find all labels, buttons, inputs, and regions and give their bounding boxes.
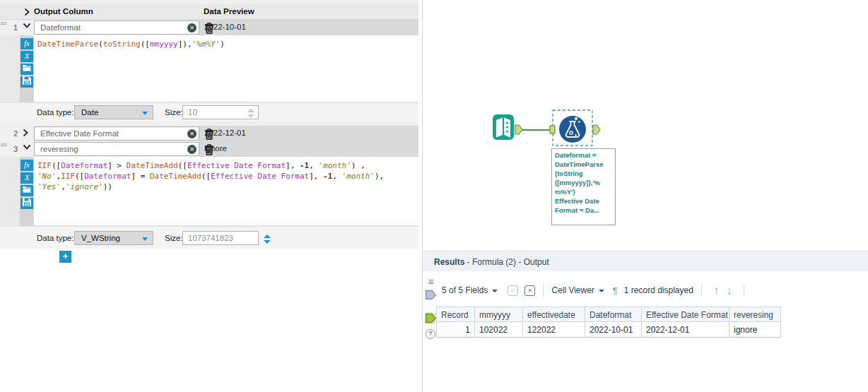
data-preview-cell: ignore (199, 141, 418, 157)
size-value: 1073741823 (188, 234, 233, 242)
data-type-row-2: Data type: V_WString Size: 1073741823 (0, 226, 418, 249)
output-column-name-value: Dateformat (40, 23, 81, 32)
data-type-dropdown[interactable]: Date (74, 105, 153, 119)
output-column-row-2: 2 Effective Date Format ✕ 2022-12-01 (0, 126, 418, 141)
collapse-all-chevron-icon[interactable] (24, 8, 30, 16)
size-input[interactable]: 1073741823 (182, 231, 259, 245)
select-all-fields-icon[interactable]: ✓ (508, 285, 518, 296)
results-toolbar: 5 of 5 Fields ✓ ✕ Cell Viewer ¶ 1 record… (442, 283, 752, 298)
formula-tool[interactable] (550, 110, 600, 145)
results-title-rest: - Formula (2) - Output (464, 257, 549, 267)
expression-editor-2[interactable]: IIF([Dateformat] > DateTimeAdd([Effectiv… (34, 157, 418, 226)
size-label: Size: (165, 108, 183, 117)
results-cell[interactable]: ignore (729, 322, 781, 338)
expression-editor-1[interactable]: DateTimeParse(toString([mmyyyy]),'%m%Y') (34, 35, 418, 102)
chevron-down-icon[interactable] (23, 23, 34, 32)
clear-column-icon[interactable]: ✕ (187, 129, 197, 138)
toolbar-divider (744, 284, 744, 297)
tool-annotation[interactable]: Dateformat =DateTimeParse(toString([mmyy… (551, 148, 616, 225)
clear-column-icon[interactable]: ✕ (187, 23, 197, 32)
results-cell[interactable]: 1 (436, 322, 475, 338)
all-connections-icon[interactable] (425, 290, 437, 300)
results-table: RecordmmyyyyeffectivedateDateformatEffec… (436, 307, 781, 338)
results-title-bold: Results (434, 257, 464, 267)
output-column-name-value: reveresing (40, 145, 78, 153)
deselect-fields-icon[interactable]: ✕ (524, 285, 535, 296)
chevron-down-icon[interactable] (23, 144, 34, 154)
results-cell[interactable]: 102022 (475, 322, 523, 338)
data-type-value: V_WString (81, 234, 120, 242)
delete-row-button[interactable] (204, 144, 215, 155)
results-column-header[interactable]: mmyyyy (475, 307, 523, 322)
scroll-down-icon[interactable]: ↓ (726, 285, 732, 297)
results-panel: Results - Formula (2) - Output ≡ ? 5 of … (423, 251, 868, 392)
data-type-label: Data type: (37, 234, 74, 242)
pilcrow-icon[interactable]: ¶ (613, 285, 618, 296)
clear-column-icon[interactable]: ✕ (187, 145, 197, 154)
data-type-value: Date (81, 108, 98, 117)
output-column-name-input[interactable]: Effective Date Format ✕ (34, 126, 199, 141)
expression-gutter (0, 35, 20, 102)
input-anchor[interactable] (550, 126, 555, 133)
help-icon[interactable]: ? (426, 329, 435, 339)
results-column-header[interactable]: Record (436, 307, 475, 322)
output-column-row-3: ≡≡ 3 reveresing ✕ ignore (0, 141, 418, 157)
output-column-name-input[interactable]: reveresing ✕ (34, 142, 199, 156)
output-anchor-icon[interactable] (425, 312, 437, 324)
open-expression-icon[interactable] (20, 64, 33, 75)
results-table-row: 11020221220222022-10-012022-12-01ignore (436, 322, 781, 338)
formula-tool-icon[interactable] (559, 116, 586, 143)
workflow-canvas[interactable]: Dateformat =DateTimeParse(toString([mmyy… (423, 0, 868, 251)
variables-icon[interactable]: X (20, 172, 33, 184)
output-column-header: Output Column (34, 7, 93, 16)
chevron-down-icon (142, 112, 148, 115)
data-type-row-1: Data type: Date Size: 10 (0, 102, 418, 121)
output-anchor[interactable] (515, 125, 522, 134)
data-preview-header: Data Preview (204, 7, 254, 16)
size-input[interactable]: 10 (182, 105, 259, 119)
expression-gutter (0, 157, 20, 226)
results-column-header[interactable]: Effective Date Format (642, 307, 729, 322)
output-column-name-input[interactable]: Dateformat ✕ (34, 20, 199, 35)
results-cell[interactable]: 122022 (523, 322, 585, 338)
results-header: Results - Formula (2) - Output (423, 252, 868, 271)
size-value: 10 (188, 108, 197, 117)
results-column-header[interactable]: Dateformat (585, 307, 642, 322)
open-expression-icon[interactable] (20, 185, 33, 196)
save-expression-icon[interactable] (20, 76, 33, 88)
chevron-down-icon[interactable] (492, 290, 498, 292)
functions-icon[interactable]: fx (20, 38, 33, 49)
delete-row-button[interactable] (204, 129, 215, 140)
fields-dropdown[interactable]: 5 of 5 Fields (442, 285, 488, 295)
results-title: Results - Formula (2) - Output (434, 257, 549, 267)
expression-toolbar: fx X (20, 35, 34, 102)
save-expression-icon[interactable] (20, 198, 33, 209)
results-column-header[interactable]: effectivedate (523, 307, 585, 322)
input-data-tool[interactable] (493, 114, 522, 140)
add-column-button[interactable]: + (59, 251, 71, 263)
size-spinner[interactable] (245, 107, 257, 119)
expression-toolbar: fx X (20, 157, 34, 226)
delete-row-button[interactable] (204, 23, 215, 34)
size-spinner[interactable] (261, 232, 274, 245)
results-cell[interactable]: 2022-12-01 (642, 322, 729, 338)
functions-icon[interactable]: fx (20, 160, 33, 171)
output-anchor[interactable] (593, 125, 600, 134)
formula-tool-config-panel: Output Column Data Preview ≡≡ 1 Dateform… (0, 0, 418, 392)
results-cell[interactable]: 2022-10-01 (585, 322, 642, 338)
size-label: Size: (165, 234, 183, 242)
chevron-down-icon (142, 237, 148, 241)
data-preview-cell: 2022-10-01 (199, 20, 418, 35)
chevron-down-icon[interactable] (599, 290, 604, 292)
results-column-header[interactable]: reveresing (729, 307, 781, 322)
scroll-up-icon[interactable]: ↑ (713, 285, 720, 297)
messages-list-icon[interactable]: ≡ (425, 277, 437, 287)
expression-block-1: fx X DateTimeParse(toString([mmyyyy]),'%… (0, 35, 418, 102)
chevron-right-icon[interactable] (23, 129, 34, 138)
variables-icon[interactable]: X (20, 51, 33, 62)
cell-viewer-dropdown[interactable]: Cell Viewer (551, 285, 594, 295)
row-number: 2 (6, 126, 21, 141)
results-table-header-row: RecordmmyyyyeffectivedateDateformatEffec… (436, 307, 781, 322)
data-type-dropdown[interactable]: V_WString (74, 231, 153, 245)
row-number: 1 (6, 20, 21, 35)
